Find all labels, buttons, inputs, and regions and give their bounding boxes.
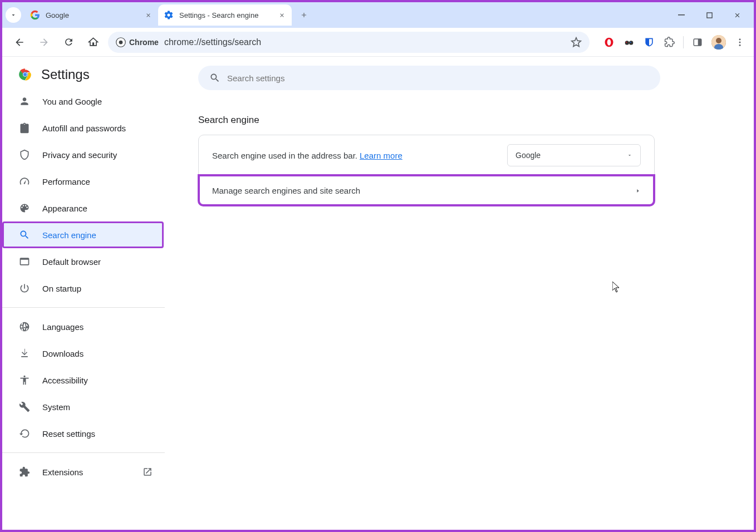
- svg-rect-1: [706, 12, 711, 17]
- home-icon: [88, 37, 99, 47]
- sidebar-item-you-and-google[interactable]: You and Google: [2, 88, 164, 115]
- sidebar-item-performance[interactable]: Performance: [2, 168, 164, 195]
- back-button[interactable]: [10, 33, 29, 52]
- profile-avatar[interactable]: [711, 35, 726, 50]
- sidebar-item-label: Languages: [42, 322, 84, 332]
- speedometer-icon: [19, 176, 30, 187]
- search-input[interactable]: [227, 73, 649, 83]
- side-panel-button[interactable]: [691, 36, 704, 48]
- chip-label: Chrome: [129, 38, 159, 47]
- minimize-button[interactable]: [674, 7, 689, 23]
- extension-bitwarden-icon[interactable]: [643, 36, 655, 48]
- home-button[interactable]: [84, 33, 102, 52]
- sidebar-item-accessibility[interactable]: Accessibility: [2, 367, 164, 393]
- sidebar-item-label: System: [42, 402, 70, 412]
- tab-title: Google: [46, 11, 69, 19]
- sidebar-item-downloads[interactable]: Downloads: [2, 340, 164, 367]
- tab-search-button[interactable]: [6, 7, 21, 23]
- settings-favicon: [164, 10, 174, 20]
- reload-icon: [63, 37, 74, 47]
- sidebar-item-extensions[interactable]: Extensions: [2, 459, 164, 485]
- sidebar-item-label: Autofill and passwords: [42, 124, 126, 133]
- sidebar-item-default-browser[interactable]: Default browser: [2, 248, 164, 275]
- arrow-left-icon: [14, 37, 25, 48]
- site-chip: Chrome: [116, 37, 159, 47]
- window-controls: [674, 7, 749, 23]
- sidebar-item-label: Default browser: [42, 257, 101, 267]
- reload-button[interactable]: [59, 33, 78, 52]
- sidebar-item-label: Downloads: [42, 349, 84, 358]
- settings-main: Search engine Search engine used in the …: [165, 57, 754, 530]
- settings-sidebar[interactable]: You and Google Autofill and passwords Pr…: [2, 85, 165, 530]
- extension-icon: [19, 466, 30, 477]
- tab-title: Settings - Search engine: [179, 11, 258, 19]
- search-engine-select[interactable]: Google: [507, 144, 641, 166]
- plus-icon: [300, 11, 308, 19]
- person-icon: [19, 96, 30, 107]
- sidebar-item-search-engine[interactable]: Search engine: [2, 221, 164, 248]
- chevron-down-icon: [10, 12, 17, 18]
- svg-point-9: [630, 42, 631, 43]
- tab-google[interactable]: Google: [24, 4, 158, 26]
- svg-point-15: [739, 38, 741, 40]
- svg-point-16: [739, 41, 741, 43]
- chrome-menu-button[interactable]: [734, 36, 746, 48]
- close-window-button[interactable]: [729, 7, 745, 23]
- sidebar-item-autofill[interactable]: Autofill and passwords: [2, 115, 164, 141]
- forward-button[interactable]: [35, 33, 53, 52]
- arrow-right-icon: [38, 37, 50, 48]
- tab-close-button[interactable]: [144, 11, 153, 19]
- svg-rect-11: [698, 39, 701, 46]
- sidebar-item-on-startup[interactable]: On startup: [2, 275, 164, 302]
- accessibility-icon: [19, 375, 30, 386]
- sidebar-item-appearance[interactable]: Appearance: [2, 195, 164, 221]
- sidebar-item-label: Accessibility: [42, 376, 88, 385]
- address-bar[interactable]: Chrome chrome://settings/search: [108, 32, 590, 53]
- svg-point-13: [716, 38, 721, 43]
- svg-point-3: [119, 40, 123, 44]
- sidebar-item-languages[interactable]: Languages: [2, 313, 164, 340]
- clipboard-icon: [19, 122, 30, 134]
- divider: [2, 452, 165, 453]
- caret-down-icon: [627, 152, 632, 158]
- svg-point-5: [607, 39, 611, 46]
- search-engine-card: Search engine used in the address bar. L…: [198, 135, 655, 206]
- extension-glasses-icon[interactable]: [623, 36, 635, 48]
- row-text: Search engine used in the address bar.: [212, 151, 357, 160]
- extension-opera-icon[interactable]: [603, 36, 615, 48]
- tab-close-button[interactable]: [277, 11, 286, 19]
- side-panel-icon: [693, 37, 703, 47]
- sidebar-item-system[interactable]: System: [2, 393, 164, 420]
- sidebar-item-reset[interactable]: Reset settings: [2, 420, 164, 447]
- tab-strip: Google Settings - Search engine: [2, 2, 754, 28]
- maximize-button[interactable]: [701, 7, 717, 23]
- search-icon: [19, 229, 30, 240]
- extensions-button[interactable]: [663, 36, 675, 48]
- more-vert-icon: [735, 37, 745, 47]
- chrome-icon: [116, 37, 126, 47]
- row-text: Manage search engines and site search: [212, 186, 360, 195]
- browser-toolbar: Chrome chrome://settings/search: [2, 28, 754, 57]
- learn-more-link[interactable]: Learn more: [360, 151, 402, 160]
- new-tab-button[interactable]: [296, 7, 312, 23]
- select-value: Google: [516, 151, 541, 160]
- search-icon: [209, 72, 220, 83]
- puzzle-icon: [664, 37, 675, 47]
- settings-page: Settings You and Google Autofill and pas…: [2, 57, 754, 530]
- tab-settings[interactable]: Settings - Search engine: [158, 4, 292, 26]
- close-icon: [145, 12, 151, 18]
- maximize-icon: [706, 12, 713, 18]
- sidebar-item-label: On startup: [42, 284, 81, 293]
- section-heading: Search engine: [198, 115, 754, 126]
- manage-search-engines-row[interactable]: Manage search engines and site search: [199, 175, 654, 205]
- settings-search[interactable]: [198, 66, 660, 90]
- sidebar-item-label: Reset settings: [42, 429, 95, 439]
- page-title: Settings: [41, 67, 90, 82]
- minimize-icon: [678, 12, 685, 18]
- avatar-icon: [711, 35, 726, 50]
- svg-rect-0: [678, 14, 685, 16]
- sidebar-item-privacy[interactable]: Privacy and security: [2, 141, 164, 168]
- divider: [683, 36, 684, 48]
- toolbar-extensions: [595, 35, 746, 50]
- bookmark-button[interactable]: [571, 37, 582, 48]
